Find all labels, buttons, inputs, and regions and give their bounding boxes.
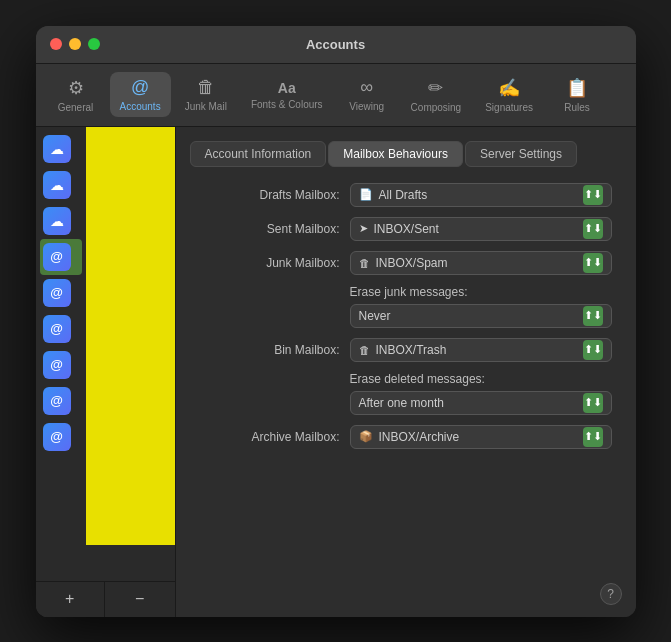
drafts-mailbox-label: Drafts Mailbox:	[200, 188, 350, 202]
drafts-mailbox-dropdown[interactable]: 📄 All Drafts ⬆⬇	[350, 183, 612, 207]
close-button[interactable]	[50, 38, 62, 50]
at-icon-7: @	[43, 351, 71, 379]
sidebar-yellow-panel	[86, 127, 175, 545]
at-icon-4: @	[43, 243, 71, 271]
traffic-lights	[50, 38, 100, 50]
signatures-icon: ✍	[498, 77, 520, 99]
sidebar-item-account-1[interactable]: ☁	[40, 131, 82, 167]
remove-account-button[interactable]: −	[105, 582, 175, 617]
junk-icon: 🗑	[359, 257, 370, 269]
erase-junk-label-row: Erase junk messages:	[200, 285, 612, 299]
content-area: ☁ ☁ ☁ @ @	[36, 127, 636, 617]
toolbar-item-rules[interactable]: 📋 Rules	[547, 72, 607, 118]
sidebar-footer: + −	[36, 581, 175, 617]
form-section: Drafts Mailbox: 📄 All Drafts ⬆⬇ Sent Mai…	[190, 183, 622, 603]
at-icon-6: @	[43, 315, 71, 343]
add-account-button[interactable]: +	[36, 582, 106, 617]
junk-mailbox-dropdown[interactable]: 🗑 INBOX/Spam ⬆⬇	[350, 251, 612, 275]
sidebar-item-account-2[interactable]: ☁	[40, 167, 82, 203]
sidebar: ☁ ☁ ☁ @ @	[36, 127, 176, 617]
erase-deleted-row: After one month ⬆⬇	[200, 391, 612, 415]
erase-junk-dropdown[interactable]: Never ⬆⬇	[350, 304, 612, 328]
toolbar-item-signatures[interactable]: ✍ Signatures	[475, 72, 543, 118]
toolbar-item-composing[interactable]: ✏ Composing	[401, 72, 472, 118]
archive-mailbox-label: Archive Mailbox:	[200, 430, 350, 444]
junk-dropdown-arrow: ⬆⬇	[583, 253, 603, 273]
erase-deleted-label: Erase deleted messages:	[350, 372, 485, 386]
junk-mailbox-row: Junk Mailbox: 🗑 INBOX/Spam ⬆⬇	[200, 251, 612, 275]
sidebar-item-account-8[interactable]: @	[40, 383, 82, 419]
archive-dropdown-arrow: ⬆⬇	[583, 427, 603, 447]
minimize-button[interactable]	[69, 38, 81, 50]
at-icon-9: @	[43, 423, 71, 451]
bin-mailbox-label: Bin Mailbox:	[200, 343, 350, 357]
fonts-icon: Aa	[278, 80, 296, 96]
sidebar-icons-column: ☁ ☁ ☁ @ @	[36, 127, 86, 545]
erase-junk-label: Erase junk messages:	[350, 285, 468, 299]
titlebar: Accounts	[36, 26, 636, 64]
drafts-mailbox-row: Drafts Mailbox: 📄 All Drafts ⬆⬇	[200, 183, 612, 207]
drafts-dropdown-arrow: ⬆⬇	[583, 185, 603, 205]
toolbar: ⚙ General @ Accounts 🗑 Junk Mail Aa Font…	[36, 64, 636, 127]
erase-deleted-dropdown[interactable]: After one month ⬆⬇	[350, 391, 612, 415]
fullscreen-button[interactable]	[88, 38, 100, 50]
sent-mailbox-dropdown[interactable]: ➤ INBOX/Sent ⬆⬇	[350, 217, 612, 241]
cloud-icon-1: ☁	[43, 135, 71, 163]
sent-mailbox-label: Sent Mailbox:	[200, 222, 350, 236]
composing-icon: ✏	[428, 77, 443, 99]
toolbar-item-general[interactable]: ⚙ General	[46, 72, 106, 118]
main-window: Accounts ⚙ General @ Accounts 🗑 Junk Mai…	[36, 26, 636, 617]
at-icon-5: @	[43, 279, 71, 307]
cloud-icon-3: ☁	[43, 207, 71, 235]
toolbar-item-fonts-colours[interactable]: Aa Fonts & Colours	[241, 75, 333, 115]
erase-junk-dropdown-arrow: ⬆⬇	[583, 306, 603, 326]
erase-deleted-label-row: Erase deleted messages:	[200, 372, 612, 386]
main-panel: Account Information Mailbox Behaviours S…	[176, 127, 636, 617]
sidebar-item-account-9[interactable]: @	[40, 419, 82, 455]
help-button[interactable]: ?	[600, 583, 622, 605]
accounts-icon: @	[131, 77, 149, 98]
junk-mailbox-label: Junk Mailbox:	[200, 256, 350, 270]
sent-dropdown-arrow: ⬆⬇	[583, 219, 603, 239]
drafts-icon: 📄	[359, 188, 373, 201]
junk-mail-icon: 🗑	[197, 77, 215, 98]
archive-mailbox-dropdown[interactable]: 📦 INBOX/Archive ⬆⬇	[350, 425, 612, 449]
window-title: Accounts	[306, 37, 365, 52]
toolbar-item-junk-mail[interactable]: 🗑 Junk Mail	[175, 72, 237, 117]
sidebar-item-account-7[interactable]: @	[40, 347, 82, 383]
sent-icon: ➤	[359, 222, 368, 235]
toolbar-item-viewing[interactable]: ∞ Viewing	[337, 72, 397, 117]
bin-icon: 🗑	[359, 344, 370, 356]
archive-mailbox-row: Archive Mailbox: 📦 INBOX/Archive ⬆⬇	[200, 425, 612, 449]
erase-junk-row: Never ⬆⬇	[200, 304, 612, 328]
sent-mailbox-row: Sent Mailbox: ➤ INBOX/Sent ⬆⬇	[200, 217, 612, 241]
tab-account-information[interactable]: Account Information	[190, 141, 327, 167]
viewing-icon: ∞	[360, 77, 373, 98]
bin-mailbox-dropdown[interactable]: 🗑 INBOX/Trash ⬆⬇	[350, 338, 612, 362]
tab-mailbox-behaviours[interactable]: Mailbox Behaviours	[328, 141, 463, 167]
sidebar-list: ☁ ☁ ☁ @ @	[36, 127, 175, 581]
toolbar-item-accounts[interactable]: @ Accounts	[110, 72, 171, 117]
archive-icon: 📦	[359, 430, 373, 443]
bin-dropdown-arrow: ⬆⬇	[583, 340, 603, 360]
bin-mailbox-row: Bin Mailbox: 🗑 INBOX/Trash ⬆⬇	[200, 338, 612, 362]
sidebar-item-account-5[interactable]: @	[40, 275, 82, 311]
tabs: Account Information Mailbox Behaviours S…	[190, 141, 622, 167]
rules-icon: 📋	[566, 77, 588, 99]
cloud-icon-2: ☁	[43, 171, 71, 199]
sidebar-item-account-6[interactable]: @	[40, 311, 82, 347]
sidebar-item-account-4[interactable]: @	[40, 239, 82, 275]
erase-deleted-dropdown-arrow: ⬆⬇	[583, 393, 603, 413]
tab-server-settings[interactable]: Server Settings	[465, 141, 577, 167]
gear-icon: ⚙	[68, 77, 84, 99]
at-icon-8: @	[43, 387, 71, 415]
sidebar-item-account-3[interactable]: ☁	[40, 203, 82, 239]
